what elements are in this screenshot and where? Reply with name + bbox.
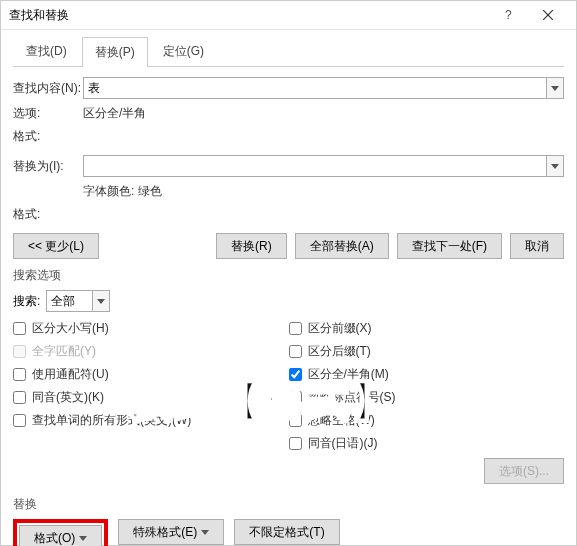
check-match-case[interactable]: 区分大小写(H)	[13, 320, 289, 337]
search-direction-select[interactable]: 全部	[46, 290, 110, 312]
less-button[interactable]: << 更少(L)	[13, 233, 99, 259]
check-whole-word: 全字匹配(Y)	[13, 343, 289, 360]
tab-replace[interactable]: 替换(P)	[82, 37, 148, 67]
find-dropdown-icon[interactable]	[546, 77, 564, 99]
replace-with-label: 替换为(I):	[13, 158, 83, 175]
check-suffix[interactable]: 区分后缀(T)	[289, 343, 565, 360]
tab-find[interactable]: 查找(D)	[13, 36, 80, 66]
replace-all-button[interactable]: 全部替换(A)	[295, 233, 389, 259]
special-format-button[interactable]: 特殊格式(E)	[118, 519, 224, 545]
tab-goto[interactable]: 定位(G)	[150, 36, 217, 66]
format-button-highlight: 格式(O)	[13, 519, 108, 546]
replace-dropdown-icon[interactable]	[546, 155, 564, 177]
find-format-label: 格式:	[13, 128, 83, 145]
check-wildcards[interactable]: 使用通配符(U)	[13, 366, 289, 383]
check-ignore-punct[interactable]: 忽略标点符号(S)	[289, 389, 565, 406]
titlebar: 查找和替换 ?	[1, 1, 576, 30]
options-button[interactable]: 选项(S)...	[484, 458, 564, 484]
tab-strip: 查找(D) 替换(P) 定位(G)	[13, 36, 564, 67]
replace-with-input[interactable]	[83, 155, 546, 177]
check-all-word-forms[interactable]: 查找单词的所有形式(英文)(W)	[13, 412, 289, 429]
check-ignore-space[interactable]: 忽略空格(W)	[289, 412, 565, 429]
cancel-button[interactable]: 取消	[510, 233, 564, 259]
replace-format-label: 格式:	[13, 206, 83, 223]
check-sounds-like[interactable]: 同音(英文)(K)	[13, 389, 289, 406]
find-what-label: 查找内容(N):	[13, 80, 83, 97]
find-replace-dialog: 查找和替换 ? 查找(D) 替换(P) 定位(G) 查找内容(N): 选项: 区…	[0, 0, 577, 546]
no-format-button[interactable]: 不限定格式(T)	[234, 519, 339, 545]
find-what-combo[interactable]	[83, 77, 564, 99]
replace-with-combo[interactable]	[83, 155, 564, 177]
format-button[interactable]: 格式(O)	[19, 525, 102, 546]
svg-text:?: ?	[505, 9, 512, 21]
search-options-label: 搜索选项	[13, 267, 564, 284]
dialog-title: 查找和替换	[9, 7, 488, 24]
options-value: 区分全/半角	[83, 105, 146, 122]
search-dropdown-icon[interactable]	[92, 290, 110, 312]
close-button[interactable]	[528, 1, 568, 29]
find-what-input[interactable]	[83, 77, 546, 99]
check-prefix[interactable]: 区分前缀(X)	[289, 320, 565, 337]
replace-section-label: 替换	[13, 496, 564, 513]
chevron-down-icon	[201, 530, 209, 535]
help-button[interactable]: ?	[488, 1, 528, 29]
check-full-half[interactable]: 区分全/半角(M)	[289, 366, 565, 383]
find-next-button[interactable]: 查找下一处(F)	[397, 233, 502, 259]
replace-format-value: 字体颜色: 绿色	[83, 183, 162, 200]
chevron-down-icon	[79, 536, 87, 541]
replace-button[interactable]: 替换(R)	[216, 233, 287, 259]
search-label: 搜索:	[13, 293, 40, 310]
options-label: 选项:	[13, 105, 83, 122]
search-direction-value: 全部	[46, 290, 92, 312]
check-homophone-jp[interactable]: 同音(日语)(J)	[289, 435, 565, 452]
